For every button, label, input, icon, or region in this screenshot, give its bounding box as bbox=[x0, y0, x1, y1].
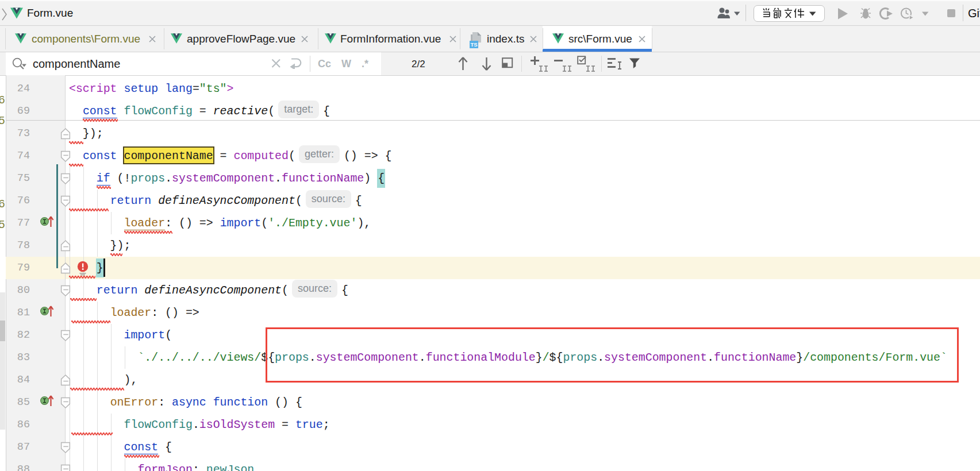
svg-text:TS: TS bbox=[470, 41, 477, 48]
